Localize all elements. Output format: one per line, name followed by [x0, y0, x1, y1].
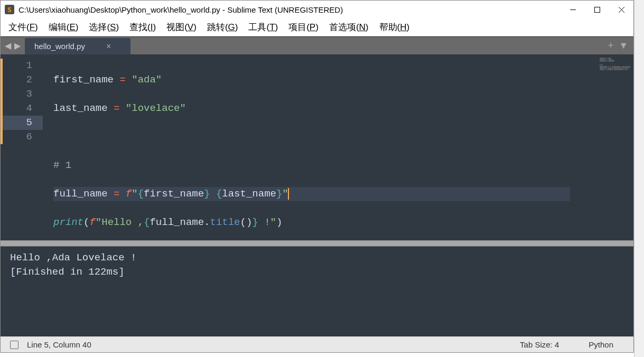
editor-area: 1 2 3 4 5 6 first_name = "ada" last_name… [1, 54, 633, 336]
tab-close-icon[interactable]: × [106, 42, 111, 51]
code-token [210, 188, 216, 200]
code-token: ( [83, 217, 89, 228]
gutter: 1 2 3 4 5 6 [1, 54, 43, 240]
menu-view[interactable]: 视图(V) [162, 19, 201, 35]
minimap[interactable]: ██████ █ ███ ██████ █ ██████ █ █ ███████… [570, 54, 633, 240]
code-token: ( [240, 217, 246, 228]
menu-file[interactable]: 文件(F) [4, 19, 43, 35]
code-token: print [53, 217, 83, 228]
output-line: Hello ,Ada Lovelace ! [10, 252, 136, 264]
tabbar-right: + ▼ [603, 37, 633, 54]
panel-switcher-icon[interactable] [10, 341, 18, 349]
code-token: last_name [53, 102, 108, 114]
code-token: } [276, 188, 282, 200]
code-token: { [144, 217, 150, 228]
line-number[interactable]: 3 [1, 87, 43, 101]
code-token: full_name [53, 188, 108, 200]
output-line: [Finished in 122ms] [10, 266, 125, 278]
tab-nav: ◀ ▶ [1, 37, 25, 54]
tab-hello-world[interactable]: hello_world.py × [25, 38, 130, 54]
nav-forward-icon[interactable]: ▶ [13, 41, 22, 51]
code-token: title [210, 217, 240, 228]
code-editor[interactable]: first_name = "ada" last_name = "lovelace… [43, 54, 570, 240]
menubar: 文件(F) 编辑(E) 选择(S) 查找(I) 视图(V) 跳转(G) 工具(T… [1, 18, 633, 36]
app-icon: S [5, 5, 14, 14]
code-token: "lovelace" [126, 102, 186, 114]
code-token: first_name [144, 188, 204, 200]
close-button[interactable] [609, 1, 633, 18]
menu-prefs[interactable]: 首选项(N) [324, 19, 374, 35]
menu-project[interactable]: 项目(P) [284, 19, 323, 35]
status-position[interactable]: Line 5, Column 40 [27, 340, 91, 349]
menu-help[interactable]: 帮助(H) [375, 19, 415, 35]
svg-rect-1 [594, 7, 600, 12]
code-token: ) [246, 217, 252, 228]
code-token: { [216, 188, 222, 200]
code-token: full_name [150, 217, 204, 228]
background-window-sliver [634, 0, 644, 357]
code-token: first_name [53, 74, 114, 86]
status-syntax[interactable]: Python [578, 340, 624, 349]
window-title: C:\Users\xiaohuang\Desktop\Python_work\h… [18, 5, 561, 14]
code-region: 1 2 3 4 5 6 first_name = "ada" last_name… [1, 54, 633, 240]
menu-find[interactable]: 查找(I) [125, 19, 161, 35]
line-number[interactable]: 4 [1, 101, 43, 116]
code-token: = [108, 102, 126, 114]
minimap-content: ██████ █ ███ ██████ █ ██████ █ █ ███████… [600, 58, 630, 70]
code-token: "ada" [132, 74, 162, 86]
code-token: } [204, 188, 210, 200]
tabbar: ◀ ▶ hello_world.py × + ▼ [1, 36, 633, 54]
dirty-indicator [1, 59, 3, 144]
code-token: " [132, 188, 137, 200]
code-token: f [126, 188, 132, 200]
sublime-window: S C:\Users\xiaohuang\Desktop\Python_work… [0, 0, 634, 353]
menu-select[interactable]: 选择(S) [84, 19, 124, 35]
status-tabsize[interactable]: Tab Size: 4 [509, 340, 570, 349]
minimize-button[interactable] [561, 1, 585, 18]
line-number-current[interactable]: 5 [1, 116, 43, 130]
window-controls [561, 1, 633, 18]
menu-edit[interactable]: 编辑(E) [44, 19, 83, 35]
code-token: " [96, 217, 101, 228]
code-token: Hello , [101, 217, 144, 228]
line-number[interactable]: 2 [1, 73, 43, 87]
line-number[interactable]: 1 [1, 59, 43, 73]
code-token: = [114, 74, 132, 86]
code-token: = [108, 188, 126, 200]
code-token: . [204, 217, 210, 228]
titlebar: S C:\Users\xiaohuang\Desktop\Python_work… [1, 1, 633, 18]
code-token: { [138, 188, 144, 200]
code-comment: # 1 [53, 159, 71, 171]
tab-label: hello_world.py [34, 42, 85, 51]
maximize-button[interactable] [585, 1, 609, 18]
cursor [288, 188, 289, 200]
code-token: f [89, 217, 95, 228]
menu-goto[interactable]: 跳转(G) [202, 19, 243, 35]
panel-divider[interactable] [1, 240, 633, 247]
code-token: " [270, 217, 276, 228]
line-number[interactable]: 6 [1, 130, 43, 144]
code-token: ) [276, 217, 282, 228]
output-panel[interactable]: Hello ,Ada Lovelace ! [Finished in 122ms… [1, 247, 633, 336]
menu-tools[interactable]: 工具(T) [244, 19, 283, 35]
code-token: } [252, 217, 258, 228]
code-token: last_name [222, 188, 276, 200]
statusbar: Line 5, Column 40 Tab Size: 4 Python [1, 336, 633, 352]
tab-menu-icon[interactable]: ▼ [619, 40, 628, 51]
new-tab-icon[interactable]: + [608, 40, 614, 51]
code-token: ! [258, 217, 270, 228]
nav-back-icon[interactable]: ◀ [4, 41, 12, 51]
